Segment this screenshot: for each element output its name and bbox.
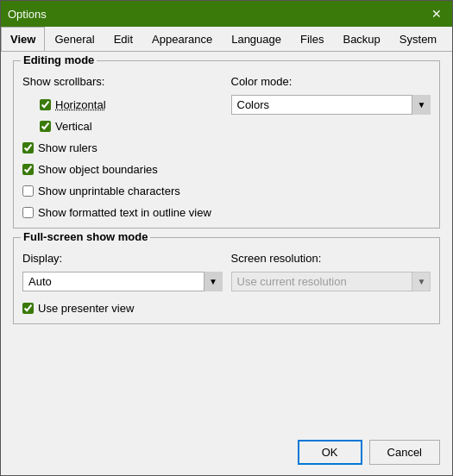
show-formatted-row: Show formatted text in outline view — [22, 206, 223, 219]
vertical-row: Vertical — [40, 120, 223, 133]
horizontal-label[interactable]: Horizontal — [55, 98, 106, 111]
display-select[interactable]: Auto Primary Secondary — [22, 272, 223, 291]
screen-resolution-dropdown-wrapper: Use current resolution ▼ — [231, 272, 431, 291]
use-presenter-view-checkbox[interactable] — [22, 303, 34, 314]
horizontal-row: Horizontal — [40, 98, 223, 111]
tab-view[interactable]: View — [1, 27, 45, 52]
full-screen-label: Full-screen show mode — [21, 230, 150, 243]
tab-fon[interactable]: Fon ▶ — [446, 27, 452, 51]
color-mode-select[interactable]: Colors Grayscale Black & White — [231, 95, 431, 115]
close-button[interactable]: ✕ — [428, 5, 445, 22]
show-formatted-label[interactable]: Show formatted text in outline view — [38, 206, 211, 219]
show-unprintable-checkbox[interactable] — [22, 185, 34, 197]
screen-resolution-select[interactable]: Use current resolution — [231, 272, 431, 291]
tab-backup[interactable]: Backup — [333, 27, 389, 51]
editing-mode-group: Editing mode Show scrollbars: Horizontal… — [13, 60, 440, 229]
use-presenter-view-label[interactable]: Use presenter view — [38, 302, 134, 315]
full-screen-left: Display: Auto Primary Secondary ▼ Use pr… — [22, 252, 223, 315]
window-title: Options — [8, 8, 47, 21]
tab-system[interactable]: System — [390, 27, 446, 51]
vertical-label[interactable]: Vertical — [55, 120, 92, 133]
tab-edit[interactable]: Edit — [104, 27, 142, 51]
ok-button[interactable]: OK — [298, 440, 362, 465]
editing-mode-right: Color mode: Colors Grayscale Black & Whi… — [231, 75, 431, 219]
show-unprintable-row: Show unprintable characters — [22, 185, 223, 197]
show-object-boundaries-checkbox[interactable] — [22, 164, 34, 175]
show-unprintable-label[interactable]: Show unprintable characters — [38, 185, 180, 197]
tab-general[interactable]: General — [45, 27, 104, 51]
show-object-boundaries-label[interactable]: Show object boundaries — [38, 163, 158, 176]
full-screen-right: Screen resolution: Use current resolutio… — [231, 252, 431, 315]
title-bar: Options ✕ — [1, 1, 452, 27]
show-rulers-row: Show rulers — [22, 141, 223, 154]
color-mode-label: Color mode: — [231, 75, 431, 88]
show-rulers-checkbox[interactable] — [22, 142, 34, 153]
full-screen-group: Full-screen show mode Display: Auto Prim… — [13, 237, 440, 324]
color-mode-dropdown-wrapper: Colors Grayscale Black & White ▼ — [231, 95, 431, 115]
options-window: Options ✕ View General Edit Appearance L… — [0, 0, 453, 476]
button-bar: OK Cancel — [1, 433, 452, 475]
show-object-boundaries-row: Show object boundaries — [22, 163, 223, 176]
tab-files[interactable]: Files — [291, 27, 333, 51]
show-scrollbars-label: Show scrollbars: — [22, 75, 223, 88]
use-presenter-view-row: Use presenter view — [22, 302, 223, 315]
tab-language[interactable]: Language — [222, 27, 291, 51]
tab-bar: View General Edit Appearance Language Fi… — [1, 27, 452, 52]
screen-resolution-label: Screen resolution: — [231, 252, 431, 265]
editing-mode-left: Show scrollbars: Horizontal Vertical Sho… — [22, 75, 223, 219]
vertical-checkbox[interactable] — [40, 121, 51, 132]
editing-mode-label: Editing mode — [21, 53, 97, 66]
tab-appearance[interactable]: Appearance — [142, 27, 222, 51]
display-dropdown-wrapper: Auto Primary Secondary ▼ — [22, 272, 223, 291]
content-area: Editing mode Show scrollbars: Horizontal… — [1, 52, 452, 433]
show-rulers-label[interactable]: Show rulers — [38, 141, 98, 154]
cancel-button[interactable]: Cancel — [369, 440, 440, 465]
horizontal-checkbox[interactable] — [40, 99, 51, 110]
show-formatted-checkbox[interactable] — [22, 207, 34, 218]
display-label: Display: — [22, 252, 223, 265]
